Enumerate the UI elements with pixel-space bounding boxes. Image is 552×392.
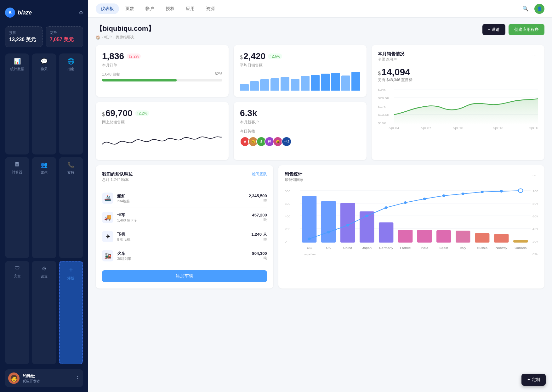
user-role: 反应开发者	[23, 379, 40, 384]
svg-text:Italy: Italy	[460, 246, 466, 249]
avg-sales-value: $2,420	[240, 51, 265, 61]
tab-auth[interactable]: 授权	[161, 3, 179, 14]
bottom-row: 我们的船队吨位 总计 1,247 辆车 检阅舰队 🚢 船舶 234艘船 2,34…	[96, 165, 544, 288]
sidebar-item-calc[interactable]: 🖩 计算器	[5, 157, 29, 258]
progress-bar-fill	[102, 79, 177, 81]
sidebar-item-security[interactable]: 🛡 安全	[5, 261, 29, 364]
create-app-button[interactable]: 创建应用程序	[509, 24, 544, 35]
orders-card: 1,836 ↓2.2% 本月订单 1,048 目标 62%	[96, 45, 229, 97]
avg-sales-label: 平均日销售额	[240, 63, 360, 68]
sidebar-item-add[interactable]: + 添新	[59, 261, 83, 364]
breadcrumb-home: 🏠	[96, 35, 100, 40]
progress-header: 1,048 目标 62%	[102, 72, 222, 77]
search-icon[interactable]: 🔍	[521, 4, 531, 14]
fleet-item-info: 飞机 8 架飞机	[117, 232, 251, 242]
sales-chart-subtitle: 最畅销国家	[285, 177, 304, 182]
plane-icon: ✈	[102, 231, 113, 242]
fleet-item-sub: 1,460 辆卡车	[117, 218, 252, 223]
sidebar-item-stats[interactable]: 📊 统计数据	[5, 53, 29, 154]
sidebar-item-chat[interactable]: 💬 聊天	[32, 53, 56, 154]
fleet-item-unit: 吨	[249, 198, 267, 203]
tab-resources[interactable]: 资源	[201, 3, 220, 14]
bar-item	[240, 84, 249, 91]
sidebar-user: 🧑 约翰逊 反应开发者	[8, 372, 40, 384]
bar-item	[260, 79, 269, 91]
nav-user-avatar[interactable]: 👤	[534, 4, 544, 14]
svg-text:$24K: $24K	[378, 88, 386, 91]
svg-point-38	[442, 194, 445, 197]
sidebar-item-media[interactable]: 👥 媒体	[32, 157, 56, 258]
content-area: 【biqubiqu.com】 🏠 › 帐户 › 奥弗维耶夫 + 邀请 创建应用程…	[88, 18, 552, 392]
fleet-card-header: 我们的船队吨位 总计 1,247 辆车 检阅舰队	[102, 171, 267, 188]
svg-point-40	[481, 191, 484, 193]
new-customers-value: 6.3k	[240, 108, 257, 118]
svg-text:20%: 20%	[532, 240, 538, 243]
fleet-item-truck: 🚚 卡车 1,460 辆卡车 457,200 吨	[102, 208, 267, 227]
total-sales-card: $69,700 ↑2.2% 网上总销售额	[96, 102, 229, 160]
truck-icon: 🚚	[102, 212, 113, 223]
avg-sales-change: ↑2.6%	[268, 53, 282, 59]
total-sales-change: ↑2.2%	[135, 110, 149, 116]
progress-bar-bg	[102, 79, 222, 81]
sidebar-item-label: 统计数据	[10, 67, 24, 71]
svg-point-31	[308, 238, 311, 240]
fleet-item-amount: 457,200	[252, 213, 267, 217]
stats-combined: 1,836 ↓2.2% 本月订单 1,048 目标 62% $2,42	[96, 45, 544, 160]
breadcrumb: 🏠 › 帐户 › 奥弗维耶夫	[96, 35, 155, 40]
sidebar-item-label: 计算器	[12, 170, 22, 175]
orders-progress: 1,048 目标 62%	[102, 72, 222, 81]
svg-text:India: India	[421, 246, 428, 249]
fleet-review-link[interactable]: 检阅舰队	[252, 171, 267, 177]
svg-text:80%: 80%	[532, 202, 538, 205]
add-vehicle-button[interactable]: 添加车辆	[102, 270, 267, 282]
svg-text:Apr 04: Apr 04	[389, 126, 399, 130]
bar-US	[302, 196, 316, 243]
sidebar-item-settings[interactable]: ⚙ 设置	[32, 261, 56, 364]
logo-text: blaze	[18, 9, 32, 16]
tab-accounts[interactable]: 帐户	[140, 3, 159, 14]
heroes-section: 今日英雄 A 😊 S 碎 😄 +42	[240, 129, 360, 147]
fleet-item-value: 457,200 吨	[252, 213, 267, 222]
sales-chart-header: 销售统计 最畅销国家 ···	[285, 171, 538, 186]
sidebar-item-guide[interactable]: 🌐 指南	[59, 53, 83, 154]
expense-label: 花费	[50, 31, 79, 35]
sidebar-settings-icon[interactable]: ⚙	[79, 10, 83, 16]
bar-item	[270, 78, 279, 91]
bar-France	[398, 230, 413, 243]
sidebar-item-label: 安全	[14, 274, 21, 278]
svg-text:200: 200	[285, 227, 291, 231]
svg-text:China: China	[343, 246, 352, 249]
svg-text:800: 800	[285, 190, 291, 193]
sidebar-item-support[interactable]: 📞 支持	[59, 157, 83, 258]
new-customers-label: 本月新客户	[240, 120, 360, 125]
svg-point-42	[518, 189, 523, 193]
monthly-sales-sub: 另有 $48,346 至目标	[378, 77, 538, 83]
heroes-more: +42	[282, 137, 292, 147]
invite-button[interactable]: + 邀请	[482, 24, 505, 35]
tab-apps[interactable]: 应用	[181, 3, 200, 14]
bar-India	[417, 230, 432, 243]
heroes-label: 今日英雄	[240, 129, 360, 134]
tab-dashboard[interactable]: 仪表板	[96, 3, 119, 14]
user-more-icon[interactable]: ⋮	[75, 375, 80, 381]
svg-text:UK: UK	[326, 246, 331, 249]
svg-point-34	[365, 215, 368, 217]
sidebar-header: B blaze ⚙	[5, 5, 83, 20]
calc-icon: 🖩	[14, 161, 20, 168]
tab-pages[interactable]: 页数	[120, 3, 139, 14]
sales-chart-more-icon[interactable]: ···	[531, 171, 538, 179]
ship-icon: 🚢	[102, 193, 113, 204]
bar-item	[250, 81, 259, 91]
monthly-sales-subtitle: 全渠道用户	[378, 57, 404, 62]
monthly-sales-value: $14,094	[378, 67, 538, 77]
monthly-sales-title: 本月销售情况	[378, 51, 404, 57]
monthly-sales-more-icon[interactable]: ···	[531, 51, 538, 59]
svg-text:Germany: Germany	[379, 246, 393, 249]
security-icon: 🛡	[14, 265, 20, 272]
guide-icon: 🌐	[67, 58, 74, 65]
svg-text:0: 0	[285, 240, 287, 243]
orders-header: 1,836 ↓2.2%	[102, 51, 222, 61]
customize-button[interactable]: ✦ 定制	[521, 374, 546, 386]
media-icon: 👥	[41, 161, 48, 168]
svg-point-36	[404, 201, 407, 204]
